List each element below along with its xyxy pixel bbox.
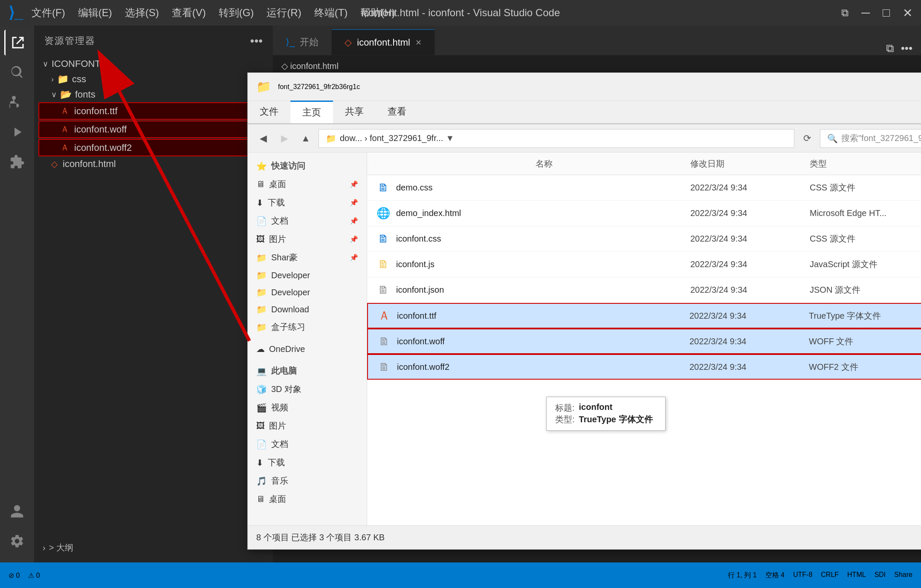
file-tooltip: 标题: iconfont 类型: TrueType 字体文件 — [546, 397, 666, 431]
status-language[interactable]: HTML — [847, 571, 866, 580]
nav-onedrive[interactable]: ☁ OneDrive — [248, 340, 367, 357]
ribbon-tab-share[interactable]: 共享 — [333, 101, 376, 123]
nav-pictures-1[interactable]: 🖼 图片 📌 — [248, 230, 367, 248]
desktop-icon: 🖥 — [256, 179, 265, 189]
tree-file-iconfont-woff[interactable]: Ａ iconfont.woff — [38, 121, 269, 138]
status-cursor-position[interactable]: 行 1, 列 1 — [728, 571, 757, 580]
status-share[interactable]: Share — [894, 571, 912, 580]
status-encoding[interactable]: UTF-8 — [793, 571, 812, 580]
nav-video[interactable]: 🎬 视频 — [248, 398, 367, 417]
tree-file-iconfont-woff2[interactable]: Ａ iconfont.woff2 — [38, 139, 269, 156]
nav-download-folder[interactable]: 📁 Download — [248, 301, 367, 318]
nav-pictures-2[interactable]: 🖼 图片 — [248, 417, 367, 435]
outline-section[interactable]: › > 大纲 — [34, 533, 273, 562]
split-editor-button[interactable]: ⧉ — [886, 42, 894, 55]
nav-desktop-1[interactable]: 🖥 桌面 📌 — [248, 175, 367, 193]
address-dropdown-icon[interactable]: ▼ — [446, 133, 454, 143]
file-date-iconfont-woff: 2022/3/24 9:34 — [689, 337, 809, 346]
file-row-demo-index[interactable]: 🌐 demo_index.html 2022/3/24 9:34 Microso… — [367, 201, 921, 226]
menu-select[interactable]: 选择(S) — [125, 6, 159, 20]
nav-download-2[interactable]: ⬇ 下载 — [248, 453, 367, 472]
file-row-iconfont-js[interactable]: 🗎 iconfont.js 2022/3/24 9:34 JavaScript … — [367, 252, 921, 277]
win-search-box[interactable]: 🔍 搜索"font_3272961_9fr2b36rg1c" — [820, 129, 921, 148]
nav-developer-1[interactable]: 📁 Developer — [248, 267, 367, 284]
nav-3d-label: 3D 对象 — [271, 383, 301, 395]
nav-pictures-1-label: 图片 — [269, 233, 286, 245]
activity-extensions[interactable] — [4, 149, 30, 175]
nav-documents-2[interactable]: 📄 文档 — [248, 435, 367, 453]
more-actions-button[interactable]: ••• — [901, 42, 912, 55]
tree-file-iconfont-html[interactable]: ◇ iconfont.html — [38, 156, 269, 172]
status-warnings[interactable]: ⚠ 0 — [28, 571, 40, 579]
ribbon-tab-home[interactable]: 主页 — [290, 101, 333, 123]
file-row-iconfont-json[interactable]: 🗎 iconfont.json 2022/3/24 9:34 JSON 源文件 … — [367, 277, 921, 303]
nav-download-1[interactable]: ⬇ 下载 📌 — [248, 193, 367, 212]
pin-icon: 📌 — [350, 180, 358, 188]
col-header-date[interactable]: 修改日期 — [690, 158, 810, 170]
nav-documents-1[interactable]: 📄 文档 📌 — [248, 212, 367, 230]
menu-view[interactable]: 查看(V) — [172, 6, 206, 20]
nav-music[interactable]: 🎵 音乐 — [248, 472, 367, 490]
minimize-button[interactable]: ─ — [861, 6, 870, 20]
tab-iconfont-html[interactable]: ◇ iconfont.html ✕ — [332, 29, 435, 55]
chevron-right-icon: › — [51, 75, 54, 84]
file-row-iconfont-css[interactable]: 🗎 iconfont.css 2022/3/24 9:34 CSS 源文件 1 … — [367, 226, 921, 252]
col-header-type[interactable]: 类型 — [810, 158, 921, 170]
file-type-iconfont-json: JSON 源文件 — [810, 284, 921, 296]
nav-developer-2[interactable]: 📁 Developer — [248, 284, 367, 301]
file-row-demo-css[interactable]: 🗎 demo.css 2022/3/24 9:34 CSS 源文件 9 KB — [367, 175, 921, 201]
breadcrumb-item[interactable]: ◇ iconfont.html — [281, 61, 339, 71]
win-forward-button[interactable]: ▶ — [276, 130, 293, 147]
activity-search[interactable] — [4, 60, 30, 85]
activity-avatar[interactable] — [4, 499, 30, 524]
tree-root-iconfont[interactable]: ∨ ICONFONT — [38, 56, 269, 72]
activity-settings[interactable] — [4, 528, 30, 554]
chevron-down-icon: ∨ — [43, 59, 48, 69]
menu-run[interactable]: 运行(R) — [266, 6, 301, 20]
ribbon-tab-file[interactable]: 文件 — [248, 101, 290, 123]
nav-documents-2-label: 文档 — [271, 438, 288, 450]
tree-folder-fonts[interactable]: ∨ 📂 fonts — [38, 87, 269, 102]
tree-folder-css[interactable]: › 📁 css — [38, 72, 269, 87]
status-indentation[interactable]: 空格 4 — [765, 571, 785, 580]
nav-desktop-2[interactable]: 🖥 桌面 — [248, 490, 367, 508]
win-addressbar: ◀ ▶ ▲ 📁 dow... › font_3272961_9fr... ▼ ⟳… — [248, 124, 921, 153]
ribbon-tab-view[interactable]: 查看 — [376, 101, 418, 123]
win-back-button[interactable]: ◀ — [255, 130, 272, 147]
col-header-name[interactable]: 名称 — [536, 158, 690, 170]
tree-file-iconfont-ttf[interactable]: Ａ iconfont.ttf — [38, 102, 269, 120]
tab-close-button[interactable]: ✕ — [415, 38, 422, 47]
nav-this-pc[interactable]: 💻 此电脑 — [248, 362, 367, 380]
status-sdi[interactable]: SDI — [875, 571, 886, 580]
win-folder-icon: 📁 — [256, 80, 271, 94]
activity-run[interactable] — [4, 119, 30, 145]
activity-explorer[interactable] — [4, 30, 30, 55]
nav-sharhao[interactable]: 📁 Shar豪 📌 — [248, 248, 367, 267]
nav-quick-access[interactable]: ⭐ 快速访问 — [248, 157, 367, 175]
menu-edit[interactable]: 编辑(E) — [78, 6, 112, 20]
win-refresh-button[interactable]: ⟳ — [799, 130, 816, 147]
win-address-bar[interactable]: 📁 dow... › font_3272961_9fr... ▼ — [319, 129, 794, 148]
menu-terminal[interactable]: 终端(T) — [314, 6, 348, 20]
nav-3d-objects[interactable]: 🧊 3D 对象 — [248, 380, 367, 398]
menu-file[interactable]: 文件(F) — [32, 6, 65, 20]
win-up-button[interactable]: ▲ — [297, 130, 314, 147]
close-button[interactable]: ✕ — [903, 6, 912, 20]
tab-start[interactable]: ⟩_ 开始 — [273, 29, 332, 55]
menu-goto[interactable]: 转到(G) — [219, 6, 254, 20]
file-row-iconfont-woff2[interactable]: 🗎 iconfont.woff2 2022/3/24 9:34 WOFF2 文件… — [367, 354, 921, 380]
activity-scm[interactable] — [4, 89, 30, 115]
layout-icon[interactable]: ⧉ — [841, 7, 849, 19]
sidebar-more-button[interactable]: ••• — [250, 34, 263, 48]
nav-boxzi[interactable]: 📁 盒子练习 — [248, 318, 367, 336]
status-eol[interactable]: CRLF — [821, 571, 839, 580]
win-left-panel: ⭐ 快速访问 🖥 桌面 📌 ⬇ 下载 📌 📄 文档 📌 🖼 图片 � — [248, 153, 367, 525]
win-file-area: 名称 修改日期 类型 大小 🗎 demo.css 2022/3/24 9:34 … — [367, 153, 921, 525]
chevron-right-icon: › — [43, 543, 46, 553]
status-errors[interactable]: ⊘ 0 — [9, 571, 20, 579]
file-row-iconfont-woff[interactable]: 🗎 iconfont.woff 2022/3/24 9:34 WOFF 文件 2… — [367, 329, 921, 354]
address-path: dow... › font_3272961_9fr... — [340, 133, 443, 143]
maximize-button[interactable]: □ — [883, 6, 890, 20]
3d-icon: 🧊 — [256, 384, 267, 395]
file-row-iconfont-ttf[interactable]: Ａ iconfont.ttf 2022/3/24 9:34 TrueType 字… — [367, 303, 921, 329]
